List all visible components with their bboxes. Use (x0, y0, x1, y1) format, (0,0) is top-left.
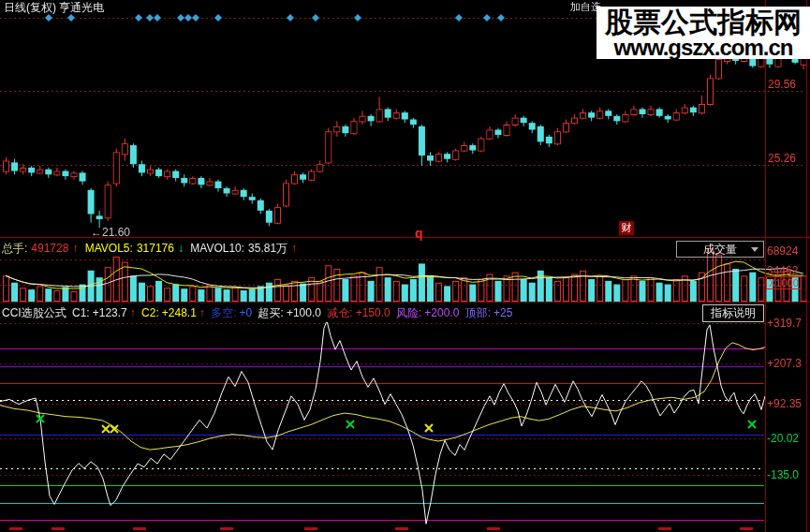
q-event-marker: q (415, 227, 423, 240)
volume-axis-label-1: 68924 (767, 244, 798, 258)
volume-axis-label-2: 34462 (767, 264, 798, 277)
bull-bear-label: 多空: (211, 306, 236, 319)
price-axis-label-low: 25.26 (768, 152, 796, 165)
mavol5-label: MAVOL5: (85, 242, 133, 255)
trading-app-window: 日线(复权) 亨通光电 加自选 股票公式指标网 www.gszx.com.cn … (0, 0, 810, 532)
low-price-annotation: ←21.60 (91, 226, 130, 239)
volume-header: 总手:491728↑ MAVOL5:317176↓ MAVOL10:35.81万… (2, 242, 301, 255)
indicator-help-button[interactable]: 指标说明 (702, 304, 764, 322)
chart-canvas[interactable] (0, 0, 810, 532)
cci-axis-label-2: +207.3 (767, 357, 802, 370)
up-arrow-icon: ↑ (291, 242, 297, 255)
c1-value: +123.7 (93, 306, 127, 319)
overbought-label: 超买: (258, 306, 284, 319)
reduce-value: +150.0 (356, 306, 390, 319)
cci-axis-label-5: -135.0 (767, 468, 799, 481)
reduce-label: 减仓: (327, 306, 352, 319)
watermark-site-url: www.gszx.com.cn (596, 37, 810, 58)
overbought-value: +100.0 (287, 306, 321, 319)
c1-label: C1: (72, 306, 90, 319)
chart-title: 日线(复权) 亨通光电 (4, 1, 104, 14)
risk-value: +200.0 (424, 306, 459, 319)
c2-label: C2: (141, 306, 159, 319)
cci-axis-label-1: +319.7 (767, 317, 802, 330)
top-label: 顶部: (465, 306, 491, 319)
up-arrow-icon: ↑ (199, 306, 205, 319)
down-arrow-icon: ↓ (178, 242, 184, 255)
watermark-site-name: 股票公式指标网 (596, 7, 810, 37)
top-value: +25 (493, 306, 512, 319)
cci-axis-label-4: -20.02 (767, 432, 799, 445)
cci-formula-name: CCI选股公式 (2, 306, 66, 319)
finance-report-marker[interactable]: 财 (619, 221, 634, 235)
mavol10-label: MAVOL10: (190, 242, 244, 255)
mavol5-value: 317176 (137, 242, 174, 255)
cci-header: CCI选股公式 C1:+123.7↑ C2:+248.1↑ 多空:+0 超买:+… (2, 306, 700, 319)
chevron-down-icon (751, 247, 758, 252)
volume-indicator-selector[interactable]: 成交量 (676, 241, 764, 258)
total-lots-label: 总手: (2, 242, 27, 255)
cci-axis-label-3: +92.35 (767, 397, 802, 410)
total-lots-value: 491728 (31, 242, 68, 255)
up-arrow-icon: ↑ (130, 306, 136, 319)
bull-bear-value: +0 (240, 306, 253, 319)
volume-selector-label: 成交量 (703, 243, 737, 256)
watermark: 股票公式指标网 www.gszx.com.cn (596, 7, 810, 59)
c2-value: +248.1 (162, 306, 197, 319)
mavol10-value: 35.81万 (248, 242, 287, 255)
up-arrow-icon: ↑ (72, 242, 78, 255)
volume-unit-badge: X1000 (766, 276, 802, 289)
risk-label: 风险: (396, 306, 421, 319)
price-axis-label-high: 29.56 (768, 78, 796, 91)
